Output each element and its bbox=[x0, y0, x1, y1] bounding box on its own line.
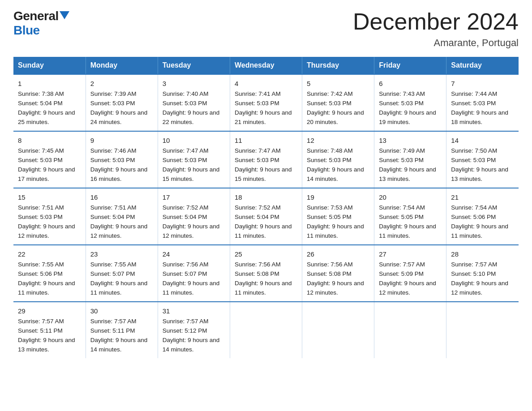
calendar-cell: 19Sunrise: 7:53 AMSunset: 5:05 PMDayligh… bbox=[302, 188, 374, 245]
calendar-week-row: 1Sunrise: 7:38 AMSunset: 5:04 PMDaylight… bbox=[13, 74, 519, 131]
calendar-header-row: SundayMondayTuesdayWednesdayThursdayFrid… bbox=[13, 57, 519, 74]
calendar-cell: 7Sunrise: 7:44 AMSunset: 5:03 PMDaylight… bbox=[446, 74, 519, 131]
calendar-cell: 24Sunrise: 7:56 AMSunset: 5:07 PMDayligh… bbox=[158, 245, 230, 302]
day-number: 8 bbox=[18, 135, 81, 146]
logo-triangle-icon bbox=[60, 11, 69, 19]
calendar-cell: 9Sunrise: 7:46 AMSunset: 5:03 PMDaylight… bbox=[86, 131, 158, 188]
header-sunday: Sunday bbox=[13, 57, 86, 74]
header-monday: Monday bbox=[86, 57, 158, 74]
day-number: 23 bbox=[90, 249, 153, 259]
calendar-cell: 22Sunrise: 7:55 AMSunset: 5:06 PMDayligh… bbox=[13, 245, 86, 302]
calendar-cell: 4Sunrise: 7:41 AMSunset: 5:03 PMDaylight… bbox=[230, 74, 302, 131]
day-number: 6 bbox=[379, 78, 442, 89]
calendar-cell: 18Sunrise: 7:52 AMSunset: 5:04 PMDayligh… bbox=[230, 188, 302, 245]
calendar-week-row: 29Sunrise: 7:57 AMSunset: 5:11 PMDayligh… bbox=[13, 302, 519, 358]
calendar-cell: 30Sunrise: 7:57 AMSunset: 5:11 PMDayligh… bbox=[86, 302, 158, 358]
day-number: 12 bbox=[307, 135, 369, 146]
calendar-cell: 26Sunrise: 7:56 AMSunset: 5:08 PMDayligh… bbox=[302, 245, 374, 302]
subtitle: Amarante, Portugal bbox=[353, 37, 519, 49]
day-number: 17 bbox=[163, 192, 225, 202]
calendar-cell: 13Sunrise: 7:49 AMSunset: 5:03 PMDayligh… bbox=[374, 131, 446, 188]
day-number: 30 bbox=[90, 306, 153, 316]
day-number: 5 bbox=[307, 78, 369, 89]
day-number: 28 bbox=[451, 249, 514, 259]
day-number: 9 bbox=[90, 135, 153, 146]
calendar-cell: 6Sunrise: 7:43 AMSunset: 5:03 PMDaylight… bbox=[374, 74, 446, 131]
calendar-cell: 8Sunrise: 7:45 AMSunset: 5:03 PMDaylight… bbox=[13, 131, 86, 188]
calendar-cell: 29Sunrise: 7:57 AMSunset: 5:11 PMDayligh… bbox=[13, 302, 86, 358]
page-header: General Blue December 2024 Amarante, Por… bbox=[13, 9, 519, 49]
calendar-cell: 21Sunrise: 7:54 AMSunset: 5:06 PMDayligh… bbox=[446, 188, 519, 245]
calendar-cell bbox=[230, 302, 302, 358]
day-number: 24 bbox=[163, 249, 225, 259]
day-number: 7 bbox=[451, 78, 514, 89]
calendar-cell: 16Sunrise: 7:51 AMSunset: 5:04 PMDayligh… bbox=[86, 188, 158, 245]
calendar-cell: 12Sunrise: 7:48 AMSunset: 5:03 PMDayligh… bbox=[302, 131, 374, 188]
day-number: 27 bbox=[379, 249, 442, 259]
day-number: 4 bbox=[235, 78, 297, 89]
calendar-cell: 25Sunrise: 7:56 AMSunset: 5:08 PMDayligh… bbox=[230, 245, 302, 302]
calendar-cell: 31Sunrise: 7:57 AMSunset: 5:12 PMDayligh… bbox=[158, 302, 230, 358]
day-number: 14 bbox=[451, 135, 514, 146]
day-number: 31 bbox=[163, 306, 225, 316]
svg-marker-0 bbox=[60, 11, 69, 19]
day-number: 29 bbox=[18, 306, 81, 316]
day-number: 2 bbox=[90, 78, 153, 89]
calendar-cell bbox=[374, 302, 446, 358]
calendar-table: SundayMondayTuesdayWednesdayThursdayFrid… bbox=[13, 57, 519, 358]
day-number: 22 bbox=[18, 249, 81, 259]
day-number: 3 bbox=[163, 78, 225, 89]
day-number: 16 bbox=[90, 192, 153, 202]
calendar-cell: 3Sunrise: 7:40 AMSunset: 5:03 PMDaylight… bbox=[158, 74, 230, 131]
calendar-cell: 23Sunrise: 7:55 AMSunset: 5:07 PMDayligh… bbox=[86, 245, 158, 302]
calendar-cell: 20Sunrise: 7:54 AMSunset: 5:05 PMDayligh… bbox=[374, 188, 446, 245]
calendar-cell: 17Sunrise: 7:52 AMSunset: 5:04 PMDayligh… bbox=[158, 188, 230, 245]
calendar-cell bbox=[446, 302, 519, 358]
header-thursday: Thursday bbox=[302, 57, 374, 74]
header-wednesday: Wednesday bbox=[230, 57, 302, 74]
calendar-cell: 2Sunrise: 7:39 AMSunset: 5:03 PMDaylight… bbox=[86, 74, 158, 131]
header-friday: Friday bbox=[374, 57, 446, 74]
calendar-cell bbox=[302, 302, 374, 358]
calendar-week-row: 15Sunrise: 7:51 AMSunset: 5:03 PMDayligh… bbox=[13, 188, 519, 245]
calendar-cell: 11Sunrise: 7:47 AMSunset: 5:03 PMDayligh… bbox=[230, 131, 302, 188]
calendar-cell: 15Sunrise: 7:51 AMSunset: 5:03 PMDayligh… bbox=[13, 188, 86, 245]
calendar-week-row: 8Sunrise: 7:45 AMSunset: 5:03 PMDaylight… bbox=[13, 131, 519, 188]
day-number: 18 bbox=[235, 192, 297, 202]
logo-general-text: General bbox=[13, 9, 59, 23]
day-number: 21 bbox=[451, 192, 514, 202]
day-number: 26 bbox=[307, 249, 369, 259]
logo-blue-text: Blue bbox=[13, 23, 40, 37]
title-block: December 2024 Amarante, Portugal bbox=[353, 9, 519, 49]
calendar-cell: 10Sunrise: 7:47 AMSunset: 5:03 PMDayligh… bbox=[158, 131, 230, 188]
calendar-cell: 1Sunrise: 7:38 AMSunset: 5:04 PMDaylight… bbox=[13, 74, 86, 131]
header-tuesday: Tuesday bbox=[158, 57, 230, 74]
day-number: 10 bbox=[163, 135, 225, 146]
header-saturday: Saturday bbox=[446, 57, 519, 74]
day-number: 20 bbox=[379, 192, 442, 202]
day-number: 25 bbox=[235, 249, 297, 259]
day-number: 19 bbox=[307, 192, 369, 202]
calendar-cell: 28Sunrise: 7:57 AMSunset: 5:10 PMDayligh… bbox=[446, 245, 519, 302]
day-number: 13 bbox=[379, 135, 442, 146]
main-title: December 2024 bbox=[353, 9, 519, 34]
day-number: 11 bbox=[235, 135, 297, 146]
calendar-cell: 27Sunrise: 7:57 AMSunset: 5:09 PMDayligh… bbox=[374, 245, 446, 302]
logo: General Blue bbox=[13, 9, 69, 38]
calendar-week-row: 22Sunrise: 7:55 AMSunset: 5:06 PMDayligh… bbox=[13, 245, 519, 302]
day-number: 1 bbox=[18, 78, 81, 89]
day-number: 15 bbox=[18, 192, 81, 202]
calendar-cell: 14Sunrise: 7:50 AMSunset: 5:03 PMDayligh… bbox=[446, 131, 519, 188]
calendar-cell: 5Sunrise: 7:42 AMSunset: 5:03 PMDaylight… bbox=[302, 74, 374, 131]
